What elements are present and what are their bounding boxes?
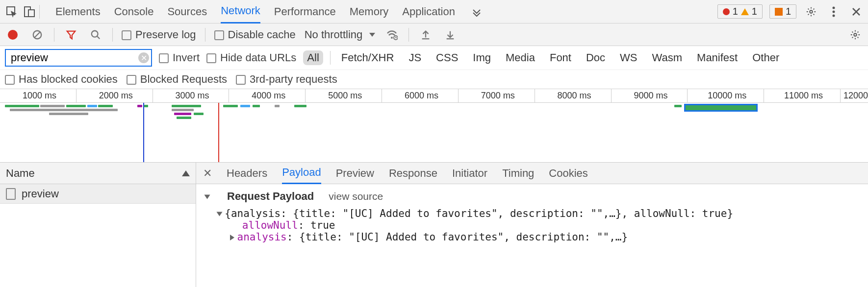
request-row[interactable]: preview [0, 184, 196, 204]
tick: 3000 ms [153, 89, 229, 102]
close-devtools-icon[interactable] [848, 4, 864, 20]
toggle-device-icon[interactable] [22, 4, 37, 20]
hide-data-urls-checkbox[interactable]: Hide data URLs [206, 51, 296, 64]
detail-tab-preview[interactable]: Preview [336, 163, 374, 184]
section-disclosure[interactable] [205, 191, 212, 202]
type-filter-wasm[interactable]: Wasm [648, 50, 687, 65]
svg-point-15 [854, 33, 857, 36]
svg-rect-2 [28, 10, 34, 17]
error-count: 1 [733, 6, 738, 17]
detail-tab-timing[interactable]: Timing [502, 163, 534, 184]
sort-ascending-icon [182, 170, 190, 176]
type-filter-media[interactable]: Media [502, 50, 539, 65]
payload-body: Request Payload view source {analysis: {… [196, 184, 868, 249]
tab-application[interactable]: Application [402, 0, 455, 24]
timeline-body [0, 103, 868, 163]
separator [205, 28, 205, 42]
disable-cache-checkbox[interactable]: Disable cache [214, 28, 296, 41]
tab-sources[interactable]: Sources [167, 0, 207, 24]
close-detail-icon[interactable]: ✕ [203, 167, 212, 180]
overview-timeline[interactable]: 1000 ms 2000 ms 3000 ms 4000 ms 5000 ms … [0, 89, 868, 163]
tab-console[interactable]: Console [114, 0, 154, 24]
invert-checkbox[interactable]: Invert [159, 51, 200, 64]
search-icon[interactable] [88, 27, 103, 43]
tab-performance[interactable]: Performance [274, 0, 336, 24]
detail-tab-headers[interactable]: Headers [227, 163, 267, 184]
separator [39, 5, 40, 19]
detail-tab-response[interactable]: Response [389, 163, 437, 184]
separator [112, 28, 113, 42]
detail-tab-payload[interactable]: Payload [282, 163, 321, 184]
view-source-link[interactable]: view source [329, 191, 383, 202]
issue-icon [775, 8, 783, 16]
domcontentloaded-line [143, 103, 144, 163]
type-filter-all[interactable]: All [303, 50, 323, 65]
type-filter-img[interactable]: Img [469, 50, 495, 65]
filter-bar-2: Has blocked cookies Blocked Requests 3rd… [0, 70, 868, 89]
tab-network[interactable]: Network [221, 0, 260, 24]
svg-point-5 [833, 10, 835, 13]
tree-disclosure-icon [217, 212, 223, 216]
separator [54, 28, 54, 42]
tick: 9000 ms [611, 89, 688, 102]
detail-tabs: ✕ Headers Payload Preview Response Initi… [196, 163, 868, 184]
type-filter-js[interactable]: JS [405, 50, 425, 65]
svg-point-6 [833, 14, 835, 17]
type-filter-fetch[interactable]: Fetch/XHR [337, 50, 398, 65]
tick: 5000 ms [305, 89, 382, 102]
blocked-cookies-checkbox[interactable]: Has blocked cookies [5, 73, 118, 86]
type-filter-other[interactable]: Other [748, 50, 783, 65]
third-party-checkbox[interactable]: 3rd-party requests [236, 73, 337, 86]
chevron-down-icon [369, 33, 375, 37]
svg-point-11 [391, 37, 393, 39]
payload-line-root[interactable]: {analysis: {title: "[UC] Added to favori… [205, 208, 859, 219]
type-filter-manifest[interactable]: Manifest [693, 50, 741, 65]
svg-point-3 [810, 10, 813, 13]
request-detail-split: Name preview ✕ Headers Payload Preview R… [0, 163, 868, 287]
file-icon [6, 188, 16, 200]
settings-icon[interactable] [803, 4, 819, 20]
payload-section-head: Request Payload view source [205, 190, 859, 203]
clear-icon[interactable] [29, 27, 45, 43]
issue-count: 1 [786, 6, 791, 17]
tick: 8000 ms [535, 89, 611, 102]
type-filter-font[interactable]: Font [546, 50, 575, 65]
blocked-requests-checkbox[interactable]: Blocked Requests [127, 73, 227, 86]
type-filter-css[interactable]: CSS [432, 50, 462, 65]
upload-har-icon[interactable] [418, 27, 434, 43]
panel-tabs: Elements Console Sources Network Perform… [55, 0, 715, 24]
detail-tab-cookies[interactable]: Cookies [549, 163, 587, 184]
error-warning-badge[interactable]: 1 1 [717, 4, 763, 19]
name-column-header[interactable]: Name [0, 163, 196, 184]
payload-line-allownull[interactable]: allowNull: true [205, 219, 859, 231]
filter-input-wrap: ✕ [5, 49, 152, 67]
filter-icon[interactable] [63, 27, 79, 43]
detail-tab-initiator[interactable]: Initiator [452, 163, 487, 184]
timeline-ticks: 1000 ms 2000 ms 3000 ms 4000 ms 5000 ms … [0, 89, 868, 103]
svg-point-9 [92, 30, 98, 37]
filter-input[interactable] [5, 49, 152, 67]
network-settings-icon[interactable] [847, 27, 863, 43]
more-tabs-icon[interactable] [469, 4, 485, 20]
load-line [218, 103, 219, 163]
kebab-menu-icon[interactable] [826, 4, 842, 20]
tick: 2000 ms [76, 89, 153, 102]
warning-count: 1 [752, 6, 757, 17]
type-filter-doc[interactable]: Doc [582, 50, 609, 65]
detail-pane: ✕ Headers Payload Preview Response Initi… [196, 163, 868, 287]
name-column: Name preview [0, 163, 196, 287]
preserve-log-checkbox[interactable]: Preserve log [122, 28, 196, 41]
issues-badge[interactable]: 1 [769, 4, 796, 19]
clear-filter-icon[interactable]: ✕ [138, 52, 149, 63]
record-button[interactable] [5, 27, 21, 43]
tab-memory[interactable]: Memory [350, 0, 388, 24]
throttling-select[interactable]: No throttling [305, 28, 376, 41]
inspect-element-icon[interactable] [4, 4, 20, 20]
tab-elements[interactable]: Elements [55, 0, 101, 24]
type-filter-ws[interactable]: WS [616, 50, 641, 65]
download-har-icon[interactable] [442, 27, 458, 43]
devtools-top-toolbar: Elements Console Sources Network Perform… [0, 0, 868, 24]
svg-line-8 [35, 32, 40, 37]
network-conditions-icon[interactable] [384, 27, 400, 43]
payload-line-analysis[interactable]: analysis: {title: "[UC] Added to favorit… [205, 231, 859, 243]
